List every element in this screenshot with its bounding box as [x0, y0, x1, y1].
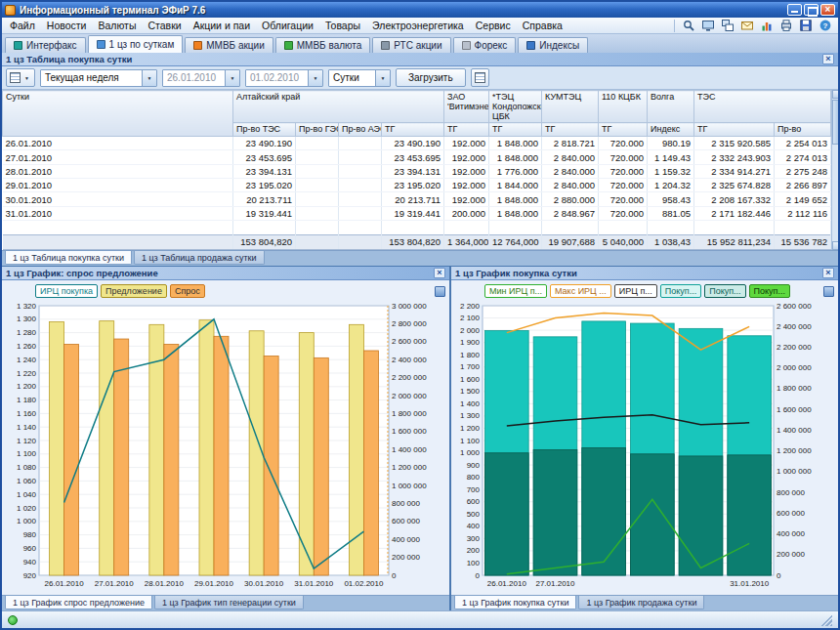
- help-icon[interactable]: ?: [816, 19, 834, 33]
- scroll-thumb[interactable]: [832, 100, 838, 145]
- close-icon[interactable]: [822, 54, 834, 64]
- scroll-up-icon[interactable]: [832, 90, 838, 99]
- svg-text:920: 920: [23, 571, 37, 580]
- legend-item[interactable]: ИРЦ п...: [614, 284, 657, 298]
- tab-0[interactable]: Интерфакс: [5, 37, 86, 53]
- tab-4[interactable]: РТС акции: [372, 37, 450, 53]
- column-subheader[interactable]: Пр-во ТЭС: [233, 123, 296, 137]
- calendar-dropdown-icon[interactable]: [225, 70, 239, 86]
- legend-item[interactable]: Мин ИРЦ п...: [484, 284, 547, 298]
- svg-text:2 000 000: 2 000 000: [777, 363, 812, 372]
- table-tab-0[interactable]: 1 цз Таблица покупка сутки: [5, 251, 132, 265]
- column-group-header[interactable]: ТЭС: [694, 91, 831, 123]
- table-row[interactable]: 29.01.201023 195.02023 195.020192.0001 8…: [3, 179, 831, 192]
- menu-item[interactable]: Валюты: [92, 19, 142, 32]
- column-group-header[interactable]: 110 КЦБК: [599, 91, 648, 123]
- menu-item[interactable]: Товары: [319, 19, 366, 32]
- table-row[interactable]: 27.01.201023 453.69523 453.695192.0001 8…: [3, 150, 831, 164]
- calendar-tool-button[interactable]: [6, 68, 35, 87]
- chart0-tab-0[interactable]: 1 цз График спрос предложение: [5, 596, 152, 609]
- granularity-select[interactable]: Сутки: [328, 69, 391, 87]
- scroll-down-icon[interactable]: [832, 241, 838, 250]
- column-group-header[interactable]: КУМТЭЦ: [542, 91, 599, 123]
- tab-3[interactable]: ММВБ валюта: [275, 37, 371, 53]
- titlebar: Информационный терминал ЭФиР 7.6: [2, 2, 838, 18]
- close-icon[interactable]: [822, 268, 834, 278]
- column-group-header[interactable]: Алтайский край: [233, 91, 444, 123]
- date-to-input[interactable]: 01.02.2010: [245, 69, 323, 87]
- column-subheader[interactable]: Пр-во АЭС: [339, 123, 382, 137]
- column-subheader[interactable]: Пр-во ГЭС: [296, 123, 339, 137]
- column-subheader[interactable]: Пр-во: [775, 123, 831, 137]
- tab-icon: [14, 41, 22, 50]
- menu-item[interactable]: Электроэнергетика: [366, 19, 470, 32]
- chart-options-icon[interactable]: [823, 286, 834, 297]
- value-cell: 23 195.020: [382, 179, 444, 192]
- column-subheader[interactable]: ТГ: [382, 123, 444, 137]
- chart1-tab-0[interactable]: 1 цз График покупка сутки: [454, 596, 576, 609]
- menu-item[interactable]: Облигации: [256, 19, 319, 32]
- table-row[interactable]: 28.01.201023 394.13123 394.131192.0001 7…: [3, 164, 831, 178]
- column-group-header[interactable]: ЗАО 'Витимэнергосбыт': [444, 91, 489, 123]
- svg-text:2 000 000: 2 000 000: [392, 392, 427, 400]
- menu-item[interactable]: Новости: [41, 19, 93, 32]
- legend-item[interactable]: Покуп...: [749, 284, 790, 298]
- column-subheader[interactable]: ТГ: [599, 123, 648, 137]
- column-header-date[interactable]: Сутки: [3, 91, 233, 137]
- column-subheader[interactable]: ТГ: [444, 123, 489, 137]
- menu-item[interactable]: Акции и паи: [188, 19, 256, 32]
- column-subheader[interactable]: ТГ: [542, 123, 599, 137]
- column-subheader[interactable]: ТГ: [489, 123, 542, 137]
- tab-6[interactable]: Индексы: [518, 37, 588, 53]
- legend-item[interactable]: Покуп...: [704, 284, 745, 298]
- menu-item[interactable]: Сервис: [470, 19, 517, 32]
- legend-item[interactable]: Предложение: [101, 284, 167, 298]
- legend-item[interactable]: Макс ИРЦ ...: [550, 284, 611, 298]
- table-row[interactable]: 26.01.201023 490.19023 490.190192.0001 8…: [3, 137, 831, 150]
- column-group-header[interactable]: Волга: [648, 91, 694, 123]
- period-select[interactable]: Текущая неделя: [40, 69, 157, 87]
- maximize-button[interactable]: [804, 4, 819, 16]
- svg-text:1 800 000: 1 800 000: [777, 384, 812, 393]
- minimize-button[interactable]: [787, 4, 802, 16]
- print-icon[interactable]: [777, 19, 795, 33]
- column-group-header[interactable]: *ТЭЦ Кондопожского ЦБК: [489, 91, 542, 123]
- value-cell: 720.000: [599, 179, 648, 192]
- statusbar: [2, 610, 838, 628]
- menu-item[interactable]: Ставки: [142, 19, 187, 32]
- value-cell: 1 848.000: [489, 192, 542, 206]
- tab-5[interactable]: Форекс: [453, 37, 517, 53]
- chart1-tab-1[interactable]: 1 цз График продажа сутки: [578, 596, 704, 609]
- chevron-down-icon[interactable]: [375, 70, 390, 86]
- legend-item[interactable]: Спрос: [170, 284, 205, 298]
- chart-options-icon[interactable]: [435, 286, 445, 297]
- resize-grip[interactable]: [820, 614, 832, 626]
- load-button[interactable]: Загрузить: [396, 68, 466, 87]
- save-icon[interactable]: [796, 19, 815, 33]
- table-scrollbar[interactable]: [831, 90, 838, 250]
- chart-icon[interactable]: [757, 19, 776, 33]
- calendar-dropdown-icon[interactable]: [308, 70, 322, 86]
- table-row[interactable]: 31.01.201019 319.44119 319.441200.0001 8…: [3, 206, 831, 220]
- grid-tool-button[interactable]: [471, 68, 489, 87]
- column-subheader[interactable]: ТГ: [694, 123, 775, 137]
- tab-2[interactable]: ММВБ акции: [185, 37, 273, 53]
- legend-item[interactable]: ИРЦ покупка: [35, 284, 98, 298]
- date-from-input[interactable]: 26.01.2010: [162, 69, 240, 87]
- monitor-icon[interactable]: [698, 19, 717, 33]
- chart0-tab-1[interactable]: 1 цз График тип генерации сутки: [154, 596, 304, 609]
- windows-icon[interactable]: [718, 19, 736, 33]
- mail-icon[interactable]: [737, 19, 756, 33]
- chevron-down-icon[interactable]: [142, 70, 156, 86]
- date-from-value: 26.01.2010: [163, 72, 225, 83]
- menu-item[interactable]: Справка: [517, 19, 568, 32]
- table-tab-1[interactable]: 1 цз Таблица продажа сутки: [134, 251, 265, 265]
- close-icon[interactable]: [434, 268, 445, 278]
- search-icon[interactable]: [679, 19, 697, 33]
- legend-item[interactable]: Покуп...: [660, 284, 701, 298]
- column-subheader[interactable]: Индекс: [648, 123, 694, 137]
- tab-1[interactable]: 1 цз по суткам: [88, 35, 184, 53]
- table-row[interactable]: 30.01.201020 213.71120 213.711192.0001 8…: [3, 192, 831, 206]
- close-button[interactable]: [820, 4, 835, 16]
- menu-item[interactable]: Файл: [4, 19, 41, 32]
